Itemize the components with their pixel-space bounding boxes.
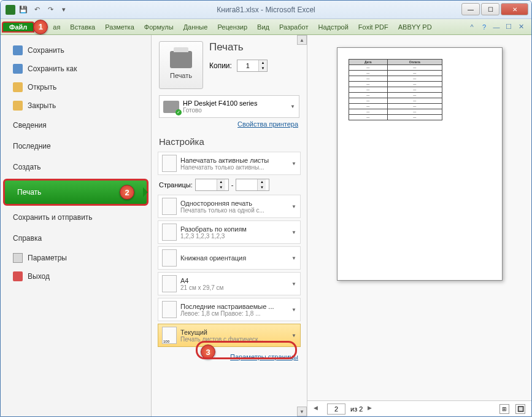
win-close-icon[interactable]: ✕ [517, 23, 525, 31]
setting-print-what[interactable]: Напечатать активные листыНапечатать толь… [158, 152, 301, 175]
tab-file[interactable]: Файл [2, 21, 34, 33]
ribbon-tabs: Файл 1 ая Вставка Разметка Формулы Данны… [1, 19, 531, 35]
sidebar-share[interactable]: Сохранить и отправить [1, 207, 151, 228]
save-icon [13, 45, 23, 55]
help-icon[interactable]: ? [480, 23, 488, 31]
page-from-spinner[interactable]: ▲▼ [195, 179, 229, 191]
tab-abbyy[interactable]: ABBYY PD [393, 21, 437, 33]
printer-properties-link[interactable]: Свойства принтера [152, 120, 307, 133]
win-restore-icon[interactable]: ☐ [504, 23, 513, 31]
printer-name: HP Deskjet F4100 series [183, 99, 257, 107]
ribbon-min-icon[interactable]: ^ [468, 23, 476, 31]
dropdown-icon: ▼ [291, 307, 296, 313]
setting-scale[interactable]: 100 ТекущийПечать листов с фактическ... … [158, 324, 301, 347]
qat-redo-icon[interactable]: ↷ [45, 4, 56, 15]
sidebar-exit[interactable]: Выход [1, 267, 151, 286]
dropdown-icon: ▼ [291, 204, 296, 209]
preview-page: ДатаОплата —————— —————— —————— —— [337, 47, 503, 281]
zoom-to-page-icon[interactable]: 🔲 [515, 404, 525, 414]
dropdown-icon: ▼ [291, 255, 296, 261]
dropdown-icon: ▼ [290, 104, 295, 109]
setting-orientation[interactable]: Книжная ориентация ▼ [158, 246, 301, 270]
tab-addins[interactable]: Надстрой [313, 21, 353, 33]
preview-table: ДатаОплата —————— —————— —————— —— [349, 59, 442, 120]
tab-foxit[interactable]: Foxit PDF [353, 21, 393, 33]
options-icon [13, 253, 23, 263]
tab-review[interactable]: Рецензир [212, 21, 252, 33]
badge-3: 3 [201, 345, 215, 359]
print-settings-panel: ▲ Печать Печать Копии: ▲▼ [151, 35, 307, 416]
tab-developer[interactable]: Разработ [274, 21, 313, 33]
sidebar-save[interactable]: Сохранить [1, 41, 151, 60]
preview-area: ДатаОплата —————— —————— —————— —— [307, 35, 531, 400]
excel-icon [6, 5, 15, 15]
sidebar-new[interactable]: Создать [1, 157, 151, 177]
tab-insert[interactable]: Вставка [65, 21, 100, 33]
close-icon [13, 101, 23, 111]
qat-more-icon[interactable]: ▾ [58, 4, 69, 15]
scale-icon: 100 [162, 327, 177, 344]
paper-icon [162, 275, 177, 292]
page-total-label: из 2 [350, 405, 363, 413]
dropdown-icon: ▼ [291, 333, 296, 338]
titlebar: 💾 ↶ ↷ ▾ Книга81.xlsx - Microsoft Excel —… [1, 1, 531, 19]
sheets-icon [162, 155, 177, 172]
next-page-button[interactable]: ▶ [368, 405, 376, 413]
qat-undo-icon[interactable]: ↶ [31, 4, 42, 15]
copies-label: Копии: [209, 61, 232, 70]
minimize-button[interactable]: — [461, 3, 480, 15]
printer-selector[interactable]: HP Deskjet F4100 series Готово ▼ [159, 95, 299, 118]
backstage-sidebar: Сохранить Сохранить как Открыть Закрыть … [1, 35, 151, 416]
scroll-up-icon[interactable]: ▲ [297, 35, 307, 45]
tab-layout[interactable]: Разметка [100, 21, 139, 33]
spin-up-icon[interactable]: ▲ [259, 60, 267, 66]
scroll-down-icon[interactable]: ▼ [297, 407, 307, 416]
sidebar-close[interactable]: Закрыть [1, 96, 151, 115]
setting-paper[interactable]: A421 см x 29,7 см ▼ [158, 272, 301, 295]
page-to-input[interactable] [236, 179, 257, 190]
page-to-spinner[interactable]: ▲▼ [236, 179, 269, 191]
sidebar-print[interactable]: Печать 2 [3, 179, 148, 206]
margins-icon [162, 301, 177, 318]
sidebar-recent[interactable]: Последние [1, 136, 151, 157]
printer-status: Готово [183, 107, 257, 114]
page-from-input[interactable] [196, 179, 217, 190]
printer-icon [170, 51, 192, 68]
qat-save-icon[interactable]: 💾 [18, 4, 29, 15]
saveas-icon [13, 64, 23, 74]
quick-access-toolbar: 💾 ↶ ↷ ▾ [1, 4, 69, 15]
badge-2: 2 [120, 185, 134, 200]
sidebar-saveas[interactable]: Сохранить как [1, 60, 151, 78]
setting-sides[interactable]: Односторонняя печатьПечатать только на о… [158, 195, 301, 218]
pages-label: Страницы: [159, 181, 193, 189]
printer-status-icon [163, 101, 179, 113]
tab-data[interactable]: Данные [179, 21, 213, 33]
page-setup-link[interactable]: Параметры страницы [230, 353, 298, 360]
setting-margins[interactable]: Последние настраиваемые ...Левое: 1,8 см… [158, 298, 301, 321]
collate-icon [162, 224, 177, 241]
prev-page-button[interactable]: ◀ [314, 405, 322, 413]
copies-spinner[interactable]: ▲▼ [237, 60, 268, 72]
setting-collate[interactable]: Разобрать по копиям1,2,3 1,2,3 1,2,3 ▼ [158, 220, 301, 244]
print-button[interactable]: Печать [159, 41, 203, 89]
dropdown-icon: ▼ [291, 230, 296, 235]
maximize-button[interactable]: ☐ [481, 3, 499, 15]
tab-view[interactable]: Вид [252, 21, 274, 33]
tab-formulas[interactable]: Формулы [139, 21, 179, 33]
open-icon [13, 82, 23, 92]
spin-down-icon[interactable]: ▼ [259, 66, 267, 71]
badge-1: 1 [33, 20, 48, 34]
print-title: Печать [209, 41, 299, 53]
show-margins-icon[interactable]: ⊞ [499, 404, 509, 414]
current-page-input[interactable] [327, 403, 345, 415]
close-button[interactable]: ✕ [501, 3, 528, 15]
sidebar-info[interactable]: Сведения [1, 115, 151, 136]
dropdown-icon: ▼ [291, 281, 296, 287]
sidebar-help[interactable]: Справка [1, 228, 151, 249]
copies-input[interactable] [237, 60, 258, 71]
tab-home-cut[interactable]: ая [48, 21, 65, 33]
sidebar-open[interactable]: Открыть [1, 78, 151, 96]
win-min-icon[interactable]: — [492, 23, 501, 31]
sidebar-options[interactable]: Параметры [1, 249, 151, 267]
preview-statusbar: ◀ из 2 ▶ ⊞ 🔲 [307, 400, 531, 416]
